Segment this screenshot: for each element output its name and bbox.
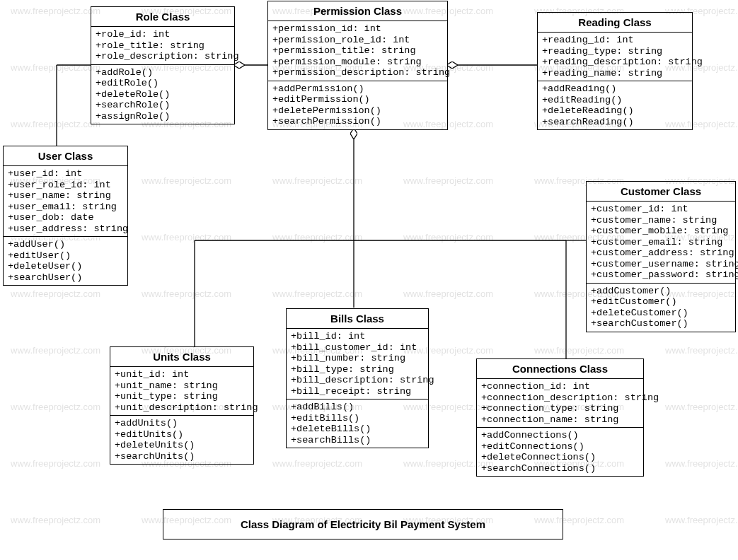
class-attrs: +permission_id: int+permission_role_id: …: [268, 21, 447, 81]
class-reading: Reading Class +reading_id: int+reading_t…: [537, 12, 693, 130]
class-attrs: +customer_id: int+customer_name: string+…: [587, 202, 735, 284]
class-units: Units Class +unit_id: int+unit_name: str…: [110, 346, 254, 465]
watermark-text: www.freeprojectz.com: [11, 515, 100, 525]
watermark-text: www.freeprojectz.com: [11, 6, 100, 16]
watermark-text: www.freeprojectz.com: [403, 175, 493, 186]
watermark-text: www.freeprojectz.com: [11, 402, 100, 412]
watermark-text: www.freeprojectz.com: [272, 288, 362, 299]
class-methods: +addUser()+editUser()+deleteUser()+searc…: [4, 237, 127, 285]
watermark-text: www.freeprojectz.com: [665, 402, 738, 412]
class-bills: Bills Class +bill_id: int+bill_customer_…: [286, 308, 429, 448]
class-title: Role Class: [91, 7, 234, 27]
watermark-text: www.freeprojectz.com: [403, 288, 493, 299]
watermark-text: www.freeprojectz.com: [142, 288, 231, 299]
watermark-text: www.freeprojectz.com: [665, 458, 738, 469]
class-attrs: +unit_id: int+unit_name: string+unit_typ…: [110, 367, 253, 416]
class-methods: +addRole()+editRole()+deleteRole()+searc…: [91, 65, 234, 124]
watermark-text: www.freeprojectz.com: [665, 345, 738, 356]
class-title: User Class: [4, 146, 127, 166]
class-methods: +addUnits()+editUnits()+deleteUnits()+se…: [110, 416, 253, 464]
watermark-text: www.freeprojectz.com: [11, 62, 100, 73]
watermark-text: www.freeprojectz.com: [142, 175, 231, 186]
class-attrs: +connection_id: int+connection_descripti…: [477, 379, 643, 428]
watermark-text: www.freeprojectz.com: [272, 175, 362, 186]
diagram-caption: Class Diagram of Electricity Bil Payment…: [163, 509, 563, 539]
class-attrs: +bill_id: int+bill_customer_id: int+bill…: [287, 329, 428, 399]
watermark-text: www.freeprojectz.com: [11, 119, 100, 129]
class-role: Role Class +role_id: int+role_title: str…: [91, 6, 235, 124]
watermark-text: www.freeprojectz.com: [403, 232, 493, 243]
class-title: Units Class: [110, 347, 253, 367]
class-methods: +addReading()+editReading()+deleteReadin…: [538, 81, 692, 129]
class-customer: Customer Class +customer_id: int+custome…: [586, 181, 736, 332]
class-attrs: +user_id: int+user_role_id: int+user_nam…: [4, 166, 127, 237]
watermark-text: www.freeprojectz.com: [11, 345, 100, 356]
class-attrs: +role_id: int+role_title: string+role_de…: [91, 27, 234, 65]
watermark-text: www.freeprojectz.com: [11, 288, 100, 299]
class-title: Customer Class: [587, 182, 735, 202]
watermark-text: www.freeprojectz.com: [534, 345, 624, 356]
class-permission: Permission Class +permission_id: int+per…: [267, 1, 448, 130]
class-connections: Connections Class +connection_id: int+co…: [476, 358, 644, 477]
watermark-text: www.freeprojectz.com: [665, 515, 738, 525]
watermark-text: www.freeprojectz.com: [142, 232, 231, 243]
watermark-text: www.freeprojectz.com: [11, 458, 100, 469]
watermark-text: www.freeprojectz.com: [272, 458, 362, 469]
class-title: Connections Class: [477, 359, 643, 379]
class-methods: +addBills()+editBills()+deleteBills()+se…: [287, 399, 428, 448]
class-title: Bills Class: [287, 309, 428, 329]
class-methods: +addConnections()+editConnections()+dele…: [477, 428, 643, 476]
class-methods: +addPermission()+editPermission()+delete…: [268, 81, 447, 129]
class-title: Reading Class: [538, 13, 692, 33]
class-methods: +addCustomer()+editCustomer()+deleteCust…: [587, 284, 735, 332]
class-title: Permission Class: [268, 1, 447, 21]
class-attrs: +reading_id: int+reading_type: string+re…: [538, 33, 692, 81]
class-user: User Class +user_id: int+user_role_id: i…: [3, 146, 128, 286]
watermark-text: www.freeprojectz.com: [272, 232, 362, 243]
